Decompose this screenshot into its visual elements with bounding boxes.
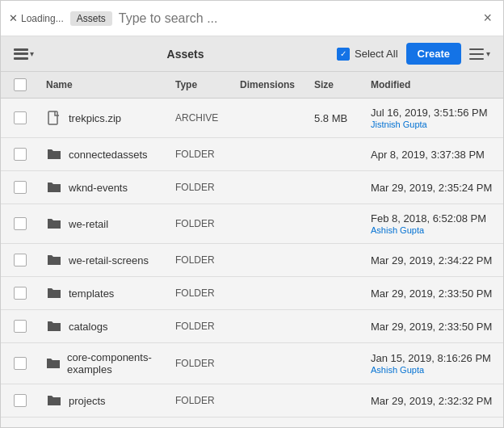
table-row[interactable]: catalogs FOLDERMar 29, 2019, 2:33:50 PM [1, 310, 503, 343]
row-type: FOLDER [166, 204, 230, 244]
folder-icon [46, 357, 61, 370]
modified-user: Ashish Gupta [371, 365, 497, 375]
modified-date: Mar 29, 2019, 2:32:32 PM [371, 395, 492, 407]
folder-icon [46, 216, 62, 232]
file-icon [48, 111, 61, 125]
folder-icon [47, 320, 61, 333]
table-row[interactable]: templates FOLDERMar 29, 2019, 2:33:50 PM [1, 277, 503, 310]
search-close-button[interactable]: ✕ Loading... [9, 12, 64, 24]
header-checkbox[interactable] [14, 78, 27, 91]
row-dimensions [230, 277, 304, 310]
row-checkbox[interactable] [14, 217, 27, 230]
table-body: trekpics.zip ARCHIVE5.8 MBJul 16, 2019, … [1, 99, 503, 418]
row-modified: Feb 8, 2018, 6:52:08 PMAshish Gupta [361, 204, 503, 244]
folder-icon [46, 146, 62, 162]
folder-icon [47, 287, 61, 300]
row-dimensions [230, 99, 304, 138]
dialog-close-icon: × [483, 10, 492, 26]
toolbar-right: Select All Create ▾ [337, 43, 490, 65]
row-modified: Jan 15, 2019, 8:16:26 PMAshish Gupta [361, 343, 503, 384]
col-checkbox [1, 72, 36, 99]
modified-date: Jul 16, 2019, 3:51:56 PM [371, 107, 488, 119]
row-checkbox[interactable] [14, 357, 27, 370]
table-row[interactable]: we-retail-screens FOLDERMar 29, 2019, 2:… [1, 244, 503, 277]
modified-user: Jistnish Gupta [371, 120, 497, 129]
row-size [304, 204, 361, 244]
row-checkbox[interactable] [14, 320, 27, 333]
modified-date: Mar 29, 2019, 2:33:50 PM [371, 287, 492, 300]
search-bar: ✕ Loading... Assets × [1, 1, 503, 36]
search-input[interactable] [119, 11, 474, 26]
table-row[interactable]: projects FOLDERMar 29, 2019, 2:32:32 PM [1, 384, 503, 418]
row-dimensions [230, 310, 304, 343]
col-header-modified: Modified [361, 72, 503, 99]
toolbar-title: Assets [40, 48, 330, 61]
name-cell: core-components-examples [46, 351, 156, 376]
row-size [304, 171, 361, 204]
name-cell: we-retail-screens [46, 252, 156, 268]
folder-icon [47, 181, 61, 194]
row-type: FOLDER [166, 138, 230, 171]
name-cell: trekpics.zip [46, 110, 156, 126]
select-all-checkbox [337, 48, 350, 61]
row-modified: Mar 29, 2019, 2:33:50 PM [361, 277, 503, 310]
folder-icon [47, 394, 61, 407]
toolbar-left: ▾ [14, 48, 34, 60]
modified-date: Mar 29, 2019, 2:34:22 PM [371, 254, 492, 266]
table-row[interactable]: connectedassets FOLDERApr 8, 2019, 3:37:… [1, 138, 503, 171]
row-modified: Mar 29, 2019, 2:35:24 PM [361, 171, 503, 204]
svg-rect-0 [48, 111, 57, 124]
table-row[interactable]: we-retail FOLDERFeb 8, 2018, 6:52:08 PMA… [1, 204, 503, 244]
row-checkbox[interactable] [14, 111, 27, 124]
row-checkbox[interactable] [14, 394, 27, 407]
close-icon: ✕ [9, 12, 18, 24]
list-options-button[interactable]: ▾ [469, 48, 490, 60]
row-size [304, 343, 361, 384]
select-all-button[interactable]: Select All [337, 48, 397, 61]
dialog-close-button[interactable]: × [480, 6, 495, 30]
name-cell: catalogs [46, 318, 156, 334]
row-checkbox[interactable] [14, 254, 27, 266]
row-name: projects [69, 395, 106, 407]
row-checkbox[interactable] [14, 287, 27, 300]
row-modified: Mar 29, 2019, 2:34:22 PM [361, 244, 503, 277]
layout-toggle-button[interactable]: ▾ [14, 48, 34, 60]
row-name: we-retail-screens [69, 254, 149, 266]
row-size [304, 384, 361, 418]
chevron-down-icon: ▾ [30, 49, 34, 58]
layout-icon [14, 48, 28, 60]
row-dimensions [230, 171, 304, 204]
row-size [304, 138, 361, 171]
col-header-dimensions: Dimensions [230, 72, 304, 99]
table-row[interactable]: trekpics.zip ARCHIVE5.8 MBJul 16, 2019, … [1, 99, 503, 138]
folder-icon [46, 318, 62, 334]
assets-dialog: ✕ Loading... Assets × ▾ Assets Select Al… [0, 0, 504, 428]
name-cell: wknd-events [46, 179, 156, 195]
row-modified: Jul 16, 2019, 3:51:56 PMJistnish Gupta [361, 99, 503, 138]
file-icon [46, 110, 62, 126]
folder-icon [46, 179, 62, 195]
modified-date: Feb 8, 2018, 6:52:08 PM [371, 212, 486, 224]
row-type: FOLDER [166, 244, 230, 277]
table-row[interactable]: wknd-events FOLDERMar 29, 2019, 2:35:24 … [1, 171, 503, 204]
create-button[interactable]: Create [406, 43, 461, 65]
table-row[interactable]: core-components-examples FOLDERJan 15, 2… [1, 343, 503, 384]
row-checkbox[interactable] [14, 181, 27, 194]
folder-icon [47, 254, 61, 266]
row-dimensions [230, 244, 304, 277]
col-header-size: Size [304, 72, 361, 99]
list-options-chevron-icon: ▾ [486, 49, 490, 58]
modified-date: Mar 29, 2019, 2:35:24 PM [371, 182, 492, 194]
row-type: FOLDER [166, 171, 230, 204]
folder-icon [46, 392, 62, 409]
row-checkbox[interactable] [14, 148, 27, 161]
name-cell: we-retail [46, 216, 156, 232]
toolbar: ▾ Assets Select All Create ▾ [1, 36, 503, 72]
row-type: FOLDER [166, 277, 230, 310]
row-name: catalogs [69, 321, 107, 333]
row-modified: Mar 29, 2019, 2:32:32 PM [361, 384, 503, 418]
tab-pill: Assets [70, 11, 112, 26]
folder-icon [47, 217, 61, 230]
row-name: core-components-examples [67, 351, 156, 376]
modified-user: Ashish Gupta [371, 225, 497, 235]
